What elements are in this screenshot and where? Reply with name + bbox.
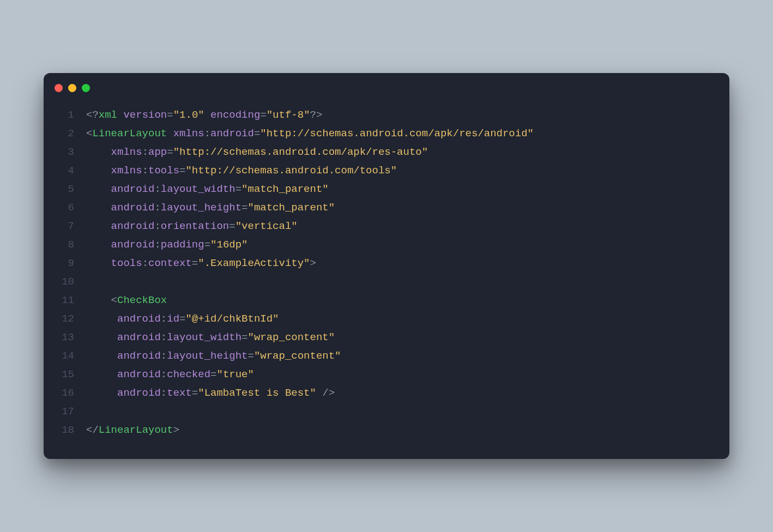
code-token: text [167, 387, 192, 399]
code-token: context [148, 257, 192, 269]
line-number: 10 [44, 273, 74, 291]
code-token [86, 146, 111, 158]
code-token: tools [111, 257, 142, 269]
close-icon[interactable] [55, 84, 63, 92]
code-token: <? [86, 109, 99, 121]
code-token: = [241, 331, 247, 343]
code-token: : [161, 331, 167, 343]
code-line: <LinearLayout xmlns:android="http://sche… [86, 124, 716, 143]
code-token: : [154, 183, 160, 195]
code-line: </LinearLayout> [86, 421, 716, 439]
code-token: android [111, 183, 155, 195]
code-token: layout_width [167, 331, 241, 343]
code-token: id [167, 313, 179, 325]
code-line: <CheckBox [86, 291, 716, 310]
code-token: = [192, 387, 198, 399]
code-token [86, 165, 111, 177]
code-token: : [161, 313, 167, 325]
code-token: : [161, 368, 167, 380]
code-token: : [142, 146, 148, 158]
code-token: = [179, 165, 185, 177]
code-line: android:layout_height="match_parent" [86, 198, 716, 217]
code-token: android [117, 350, 161, 362]
code-token: xmlns [111, 146, 142, 158]
code-token: "@+id/chkBtnId" [185, 313, 279, 325]
code-area[interactable]: 123456789101112131415161718 <?xml versio… [44, 102, 729, 459]
code-token: android [111, 239, 155, 251]
code-token: "true" [216, 368, 253, 380]
code-token: tools [148, 165, 179, 177]
code-token: : [154, 202, 160, 214]
code-token [204, 109, 210, 121]
code-token: : [142, 165, 148, 177]
line-number-gutter: 123456789101112131415161718 [44, 106, 86, 439]
code-token: "LambaTest is Best" [198, 387, 316, 399]
code-token: "match_parent" [247, 202, 335, 214]
code-token [86, 294, 111, 306]
code-token: android [111, 202, 155, 214]
line-number: 13 [44, 328, 74, 347]
code-token: = [210, 368, 216, 380]
code-token: android [117, 331, 161, 343]
code-token: "http://schemas.android.com/apk/res/andr… [260, 128, 534, 140]
code-content[interactable]: <?xml version="1.0" encoding="utf-8"?><L… [86, 106, 729, 439]
minimize-icon[interactable] [68, 84, 76, 92]
code-token: CheckBox [117, 294, 167, 306]
line-number: 7 [44, 217, 74, 235]
line-number: 9 [44, 254, 74, 273]
code-token: > [310, 257, 316, 269]
code-token [86, 331, 117, 343]
window-titlebar [44, 73, 729, 102]
code-token: < [111, 294, 117, 306]
line-number: 15 [44, 365, 74, 384]
code-token: android [117, 387, 161, 399]
code-token: LinearLayout [99, 424, 173, 436]
code-token: : [154, 239, 160, 251]
code-token [86, 257, 111, 269]
code-token: = [229, 220, 235, 232]
code-editor-window: 123456789101112131415161718 <?xml versio… [44, 73, 729, 459]
maximize-icon[interactable] [82, 84, 90, 92]
code-token: = [179, 313, 185, 325]
code-token: : [161, 387, 167, 399]
code-line: android:id="@+id/chkBtnId" [86, 310, 716, 328]
code-line: android:layout_width="match_parent" [86, 180, 716, 198]
code-line [86, 273, 716, 291]
code-token: "1.0" [173, 109, 204, 121]
code-token [86, 202, 111, 214]
code-token: encoding [210, 109, 260, 121]
code-token: "http://schemas.android.com/apk/res-auto… [173, 146, 428, 158]
code-line: tools:context=".ExampleActivity"> [86, 254, 716, 273]
code-line: <?xml version="1.0" encoding="utf-8"?> [86, 106, 716, 124]
code-token [86, 387, 117, 399]
code-line: xmlns:tools="http://schemas.android.com/… [86, 161, 716, 180]
code-token: = [167, 109, 173, 121]
code-token: = [167, 146, 173, 158]
code-token: </ [86, 424, 99, 436]
code-token [86, 183, 111, 195]
code-line: android:text="LambaTest is Best" /> [86, 384, 716, 402]
code-token: xmlns [111, 165, 142, 177]
code-token: "wrap_content" [247, 331, 335, 343]
code-token [316, 387, 322, 399]
code-token: = [192, 257, 198, 269]
code-token: : [161, 350, 167, 362]
code-token [86, 350, 117, 362]
code-token: = [241, 202, 247, 214]
line-number: 12 [44, 310, 74, 328]
code-token: = [247, 350, 253, 362]
code-token: "wrap_content" [254, 350, 341, 362]
code-token: LinearLayout [92, 128, 167, 140]
code-token: = [254, 128, 260, 140]
code-line: xmlns:app="http://schemas.android.com/ap… [86, 143, 716, 161]
code-line: android:layout_width="wrap_content" [86, 328, 716, 347]
code-token: "utf-8" [267, 109, 310, 121]
line-number: 18 [44, 421, 74, 439]
code-line: android:checked="true" [86, 365, 716, 384]
code-token: padding [161, 239, 204, 251]
code-token: xml [99, 109, 117, 121]
code-token: < [86, 128, 92, 140]
code-token: android [111, 220, 155, 232]
code-token: orientation [161, 220, 229, 232]
line-number: 14 [44, 347, 74, 365]
